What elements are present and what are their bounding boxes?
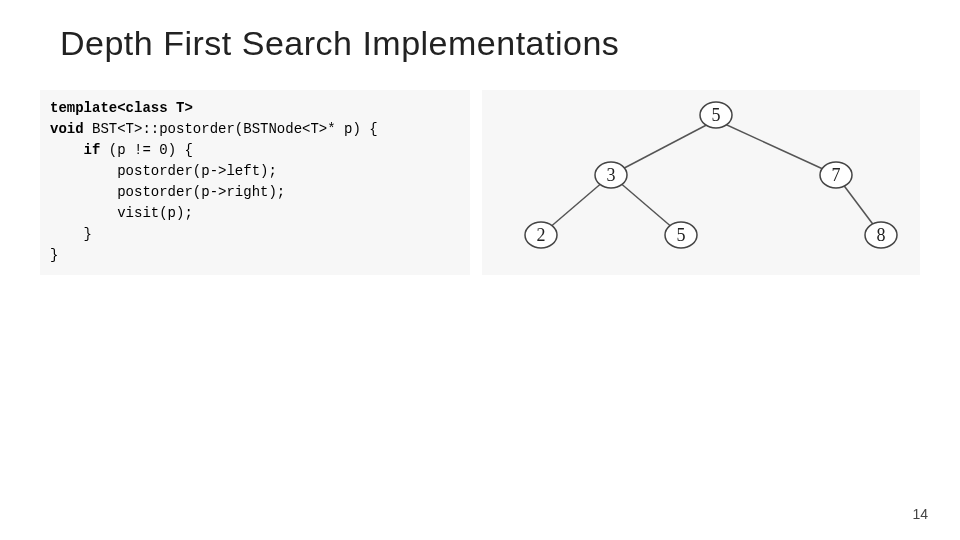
page-title: Depth First Search Implementations: [60, 24, 619, 63]
code-line-7: }: [50, 226, 92, 242]
content-row: template<class T> void BST<T>::postorder…: [40, 90, 920, 290]
code-line-2b: BST<T>::postorder(BSTNode<T>* p) {: [84, 121, 378, 137]
tree-diagram: 5 3 7 2 5 8: [482, 90, 920, 275]
code-line-4: postorder(p->left);: [50, 163, 277, 179]
code-line-6: visit(p);: [50, 205, 193, 221]
node-7-label: 7: [832, 165, 841, 185]
code-line-8: }: [50, 247, 58, 263]
node-2: 2: [525, 222, 557, 248]
edge-5-3: [611, 120, 716, 175]
node-root: 5: [700, 102, 732, 128]
node-8: 8: [865, 222, 897, 248]
node-2-label: 2: [537, 225, 546, 245]
node-5b: 5: [665, 222, 697, 248]
edge-5-7: [716, 120, 836, 175]
node-3: 3: [595, 162, 627, 188]
kw-template: template<class T>: [50, 100, 193, 116]
node-8-label: 8: [877, 225, 886, 245]
code-line-5: postorder(p->right);: [50, 184, 285, 200]
node-5b-label: 5: [677, 225, 686, 245]
kw-if: if: [50, 142, 100, 158]
kw-void: void: [50, 121, 84, 137]
node-7: 7: [820, 162, 852, 188]
node-root-label: 5: [712, 105, 721, 125]
node-3-label: 3: [607, 165, 616, 185]
tree-svg: 5 3 7 2 5 8: [482, 90, 920, 275]
code-line-3b: (p != 0) {: [100, 142, 192, 158]
page-number: 14: [912, 506, 928, 522]
code-block: template<class T> void BST<T>::postorder…: [40, 90, 470, 275]
